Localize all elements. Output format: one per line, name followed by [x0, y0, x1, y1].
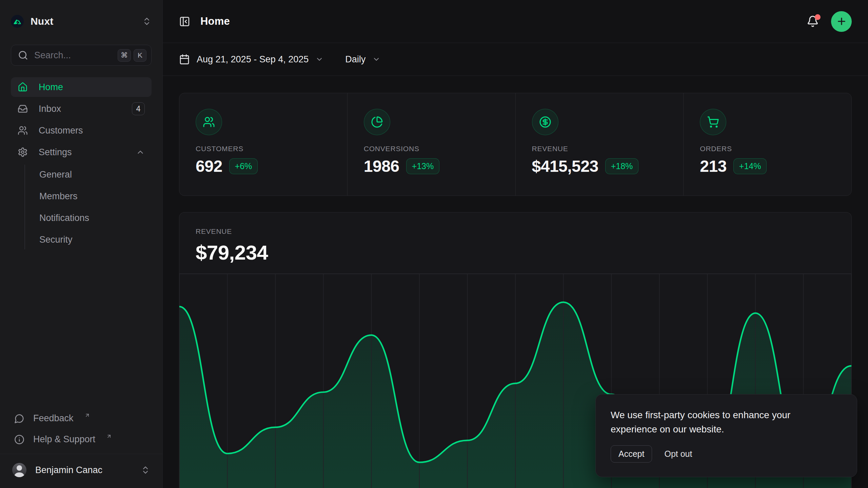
- sidebar-item-inbox[interactable]: Inbox 4: [11, 99, 152, 119]
- plus-icon: [836, 16, 847, 27]
- chevrons-up-down-icon: [142, 17, 152, 26]
- chevrons-up-down-icon: [141, 465, 150, 475]
- accept-cookies-button[interactable]: Accept: [611, 445, 652, 463]
- avatar: [12, 463, 26, 477]
- sidebar-item-settings[interactable]: Settings: [11, 142, 152, 162]
- pie-chart-icon: [364, 109, 390, 135]
- external-link-icon: [84, 412, 90, 418]
- stat-revenue[interactable]: REVENUE $415,523 +18%: [515, 93, 684, 196]
- stat-label: REVENUE: [532, 145, 667, 153]
- help-support-link[interactable]: Help & Support: [11, 430, 152, 449]
- stat-delta-badge: +18%: [605, 158, 639, 174]
- sidebar-nav: Home Inbox 4 Customers Settings: [11, 77, 152, 249]
- opt-out-button[interactable]: Opt out: [664, 449, 692, 459]
- cookie-actions: Accept Opt out: [611, 445, 842, 463]
- chevron-down-icon: [372, 55, 380, 63]
- chevron-up-icon: [136, 148, 145, 157]
- info-circle-icon: [14, 434, 24, 445]
- workspace-name: Nuxt: [31, 16, 53, 27]
- house-icon: [18, 82, 28, 92]
- stat-delta-badge: +13%: [406, 158, 440, 174]
- sidebar-item-label: Home: [39, 82, 145, 93]
- sidebar-footer: Feedback Help & Support: [11, 409, 152, 449]
- kbd-k: K: [134, 49, 146, 62]
- stat-value: 213: [700, 157, 727, 176]
- sidebar-item-notifications[interactable]: Notifications: [35, 208, 152, 228]
- stat-value: $415,523: [532, 157, 598, 176]
- revenue-chart-total: $79,234: [196, 241, 835, 264]
- circle-dollar-icon: [532, 109, 558, 135]
- external-link-icon: [106, 433, 112, 439]
- page-title: Home: [200, 15, 230, 27]
- search-placeholder: Search...: [34, 50, 112, 61]
- revenue-chart-header: REVENUE $79,234: [179, 212, 851, 273]
- chevron-down-icon: [315, 55, 323, 63]
- sidebar-item-home[interactable]: Home: [11, 77, 152, 97]
- cookie-banner: We use first-party cookies to enhance yo…: [595, 394, 857, 477]
- gear-icon: [18, 147, 28, 157]
- shopping-cart-icon: [700, 109, 726, 135]
- stat-label: CONVERSIONS: [364, 145, 499, 153]
- stat-value: 1986: [364, 157, 399, 176]
- settings-subnav: General Members Notifications Security: [24, 165, 152, 249]
- page-header: Home: [163, 0, 868, 43]
- notifications-button[interactable]: [807, 15, 819, 27]
- calendar-icon: [179, 54, 190, 65]
- nuxt-logo-icon: [11, 15, 24, 28]
- search-icon: [18, 50, 28, 60]
- help-support-label: Help & Support: [33, 434, 95, 445]
- sidebar-item-customers[interactable]: Customers: [11, 121, 152, 140]
- workspace-row: Nuxt: [11, 13, 152, 30]
- feedback-label: Feedback: [33, 413, 74, 424]
- users-icon: [18, 125, 28, 136]
- collapse-sidebar-button[interactable]: [179, 16, 190, 27]
- sidebar-item-label: Settings: [39, 147, 125, 158]
- workspace-switcher[interactable]: Nuxt: [11, 15, 53, 28]
- panel-left-close-icon: [179, 16, 190, 27]
- sidebar-item-label: Customers: [39, 125, 145, 136]
- user-menu[interactable]: Benjamin Canac: [11, 454, 152, 486]
- stat-value: 692: [196, 157, 222, 176]
- stat-delta-badge: +6%: [229, 158, 258, 174]
- filters-toolbar: Aug 21, 2025 - Sep 4, 2025 Daily: [163, 43, 868, 76]
- search-shortcut: ⌘ K: [118, 49, 146, 62]
- feedback-link[interactable]: Feedback: [11, 409, 152, 428]
- inbox-icon: [18, 104, 28, 114]
- stat-delta-badge: +14%: [733, 158, 767, 174]
- revenue-chart-label: REVENUE: [196, 227, 835, 236]
- stat-label: CUSTOMERS: [196, 145, 331, 153]
- granularity-value: Daily: [345, 54, 366, 65]
- users-icon: [196, 109, 222, 135]
- granularity-select[interactable]: Daily: [345, 54, 380, 65]
- stats-panel: CUSTOMERS 692 +6% CONVERSIONS 1986 +13%: [179, 93, 852, 196]
- inbox-count-badge: 4: [132, 102, 145, 115]
- sidebar-item-security[interactable]: Security: [35, 230, 152, 249]
- cookie-message: We use first-party cookies to enhance yo…: [611, 408, 821, 436]
- sidebar-item-general[interactable]: General: [35, 165, 152, 184]
- stat-label: ORDERS: [700, 145, 835, 153]
- stat-orders[interactable]: ORDERS 213 +14%: [683, 93, 851, 196]
- sidebar-item-members[interactable]: Members: [35, 186, 152, 206]
- date-range-picker[interactable]: Aug 21, 2025 - Sep 4, 2025: [179, 54, 323, 65]
- user-name: Benjamin Canac: [35, 465, 132, 475]
- sidebar-item-label: Inbox: [39, 104, 121, 114]
- search-input[interactable]: Search... ⌘ K: [11, 45, 152, 66]
- notification-dot: [815, 14, 821, 20]
- stat-conversions[interactable]: CONVERSIONS 1986 +13%: [347, 93, 515, 196]
- kbd-cmd: ⌘: [118, 49, 131, 62]
- date-range-value: Aug 21, 2025 - Sep 4, 2025: [197, 54, 309, 65]
- message-circle-icon: [14, 413, 24, 424]
- add-button[interactable]: [831, 11, 852, 32]
- sidebar: Nuxt Search... ⌘ K Home: [0, 0, 163, 488]
- header-actions: [807, 11, 852, 32]
- stat-customers[interactable]: CUSTOMERS 692 +6%: [179, 93, 347, 196]
- sidebar-spacer: [11, 249, 152, 409]
